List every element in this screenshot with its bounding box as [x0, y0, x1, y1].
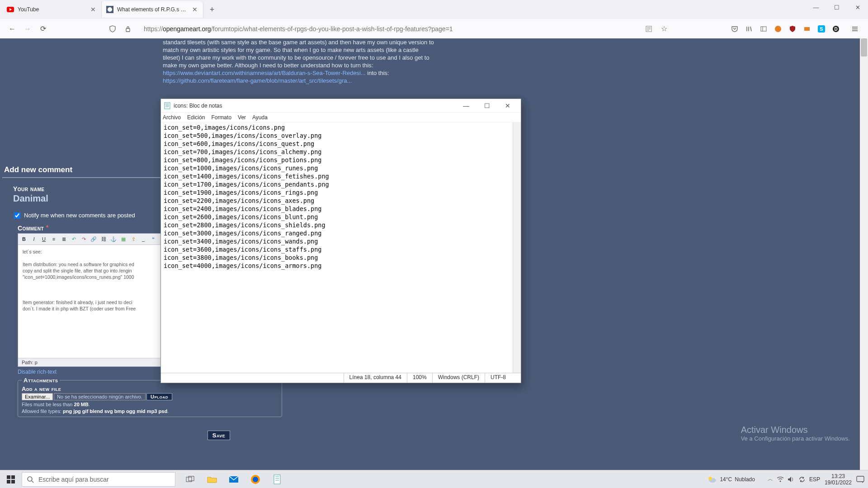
menu-ver[interactable]: Ver: [238, 114, 246, 121]
tab-opengameart[interactable]: What elements of R.P.G.s do yo ✕: [102, 1, 203, 18]
notepad-close[interactable]: ✕: [497, 99, 518, 113]
upload-button[interactable]: Upload: [146, 393, 172, 400]
forward-button[interactable]: →: [20, 21, 35, 37]
notify-checkbox[interactable]: [14, 212, 20, 219]
tab-bar: YouTube ✕ What elements of R.P.G.s do yo…: [0, 0, 868, 19]
language-indicator[interactable]: ESP: [809, 476, 820, 483]
bold-button[interactable]: B: [20, 235, 28, 243]
svg-text:S: S: [820, 26, 823, 32]
system-tray: 14°C Nublado ︿ ESP 13:23 19/01/2022: [703, 473, 868, 486]
lock-icon[interactable]: [120, 21, 136, 37]
new-tab-button[interactable]: +: [205, 3, 219, 16]
tab-title: What elements of R.P.G.s do yo: [117, 6, 189, 13]
close-button[interactable]: ✕: [847, 0, 868, 14]
volume-icon[interactable]: [788, 476, 795, 483]
svg-rect-29: [7, 480, 10, 483]
library-icon[interactable]: [745, 25, 753, 33]
notepad-maximize[interactable]: ☐: [476, 99, 497, 113]
bookmark-icon[interactable]: ☆: [656, 21, 672, 37]
quote-button[interactable]: ❝: [149, 235, 157, 243]
notepad-minimize[interactable]: —: [456, 99, 476, 113]
minimize-button[interactable]: —: [806, 0, 826, 14]
status-zoom: 100%: [407, 373, 432, 383]
close-icon[interactable]: ✕: [90, 6, 97, 13]
underline-button[interactable]: U: [40, 235, 48, 243]
reload-button[interactable]: ⟳: [35, 21, 51, 37]
clock[interactable]: 13:23 19/01/2022: [825, 473, 852, 486]
ext1-icon[interactable]: [774, 25, 782, 33]
taskbar-search[interactable]: Escribe aquí para buscar: [22, 472, 175, 487]
mail-icon[interactable]: [223, 470, 244, 488]
weather-widget[interactable]: 14°C Nublado: [707, 475, 755, 483]
youtube-icon: [7, 6, 14, 13]
add-file-label: Add a new file: [22, 385, 278, 392]
save-button[interactable]: Save: [208, 431, 231, 440]
sync-icon[interactable]: [798, 476, 806, 483]
pocket-icon[interactable]: [731, 25, 739, 33]
unlink-button[interactable]: ⛓: [99, 235, 108, 243]
svg-marker-49: [862, 482, 863, 483]
scrollbar-thumb[interactable]: [861, 38, 867, 56]
back-button[interactable]: ←: [5, 21, 20, 37]
menu-edicion[interactable]: Edición: [187, 114, 205, 121]
skype-icon[interactable]: S: [817, 25, 826, 33]
ext3-icon[interactable]: [803, 25, 811, 33]
hr-button[interactable]: _: [139, 235, 147, 243]
svg-point-44: [779, 480, 781, 482]
svg-point-3: [108, 7, 112, 12]
reader-icon[interactable]: [641, 21, 656, 37]
menu-ayuda[interactable]: Ayuda: [252, 114, 268, 121]
wifi-icon[interactable]: [777, 476, 784, 483]
ul-button[interactable]: ≡: [50, 235, 58, 243]
menu-icon[interactable]: [851, 25, 859, 33]
anchor-button[interactable]: ⚓: [109, 235, 118, 243]
disable-rich-text-link[interactable]: Disable rich-text: [18, 369, 57, 375]
task-icons: [180, 470, 288, 488]
required-star: *: [46, 224, 49, 232]
sidebar-icon[interactable]: [760, 25, 768, 33]
weather-temp: 14°C: [720, 476, 732, 483]
link-github[interactable]: https://github.com/flareteam/flare-game/…: [163, 77, 352, 84]
menu-archivo[interactable]: Archivo: [163, 114, 181, 121]
image-button[interactable]: ▦: [119, 235, 127, 243]
upload-button[interactable]: ⇪: [129, 235, 137, 243]
notepad-icon: [164, 102, 171, 109]
link-button[interactable]: 🔗: [90, 235, 98, 243]
svg-rect-23: [165, 103, 170, 109]
italic-button[interactable]: I: [30, 235, 38, 243]
svg-rect-48: [857, 476, 864, 482]
notepad-titlebar[interactable]: icons: Bloc de notas — ☐ ✕: [161, 99, 521, 113]
undo-button[interactable]: ↶: [70, 235, 78, 243]
menu-formato[interactable]: Formato: [211, 114, 231, 121]
url-bar[interactable]: https://opengameart.org/forumtopic/what-…: [139, 22, 637, 36]
svg-rect-4: [126, 28, 130, 32]
ublock-icon[interactable]: [788, 25, 797, 33]
shield-icon[interactable]: [105, 21, 120, 37]
browse-button[interactable]: Examinar...: [22, 393, 53, 400]
firefox-icon[interactable]: [245, 470, 266, 488]
notepad-scrollbar[interactable]: [513, 122, 521, 373]
svg-rect-38: [274, 475, 280, 484]
explorer-icon[interactable]: [202, 470, 222, 488]
start-button[interactable]: [0, 470, 22, 488]
ext5-icon[interactable]: D: [832, 25, 840, 33]
svg-line-32: [32, 481, 33, 483]
notepad-task-icon[interactable]: [267, 470, 288, 488]
maximize-button[interactable]: ☐: [826, 0, 847, 14]
task-view-icon[interactable]: [180, 470, 201, 488]
notepad-textarea[interactable]: icon_set=0,images/icons/icons.png icon_s…: [161, 122, 521, 373]
status-encoding: UTF-8: [485, 373, 521, 383]
notepad-window: icons: Bloc de notas — ☐ ✕ Archivo Edici…: [160, 99, 521, 383]
notifications-icon[interactable]: [856, 476, 864, 483]
tray-chevron-icon[interactable]: ︿: [768, 475, 773, 483]
ol-button[interactable]: ≣: [60, 235, 68, 243]
taskbar: Escribe aquí para buscar 14°C Nublado ︿ …: [0, 470, 868, 488]
close-icon[interactable]: ✕: [191, 6, 198, 13]
weather-cond: Nublado: [735, 476, 755, 483]
svg-line-11: [750, 27, 751, 31]
browser-scrollbar[interactable]: [860, 38, 868, 470]
redo-button[interactable]: ↷: [80, 235, 88, 243]
tab-youtube[interactable]: YouTube ✕: [2, 1, 102, 18]
link-deviantart[interactable]: https://www.deviantart.com/withinamnesia…: [163, 70, 366, 76]
tab-title: YouTube: [18, 6, 87, 13]
